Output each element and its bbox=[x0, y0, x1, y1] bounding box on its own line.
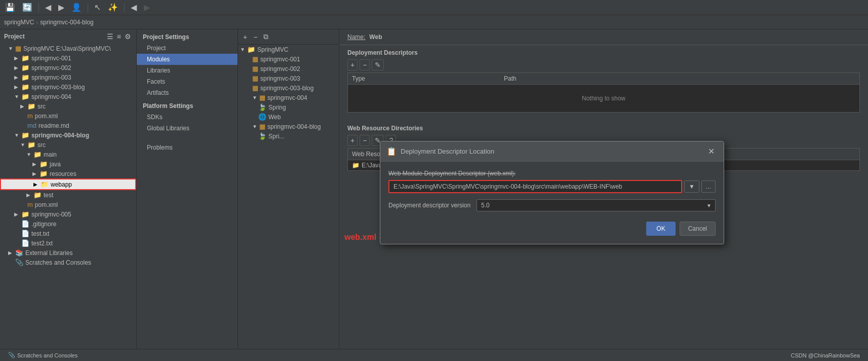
tree-springmvc-005[interactable]: ▶ 📁 springmvc-005 bbox=[0, 209, 136, 219]
platform-settings-title: Platform Settings bbox=[137, 98, 238, 112]
user-btn[interactable]: 👤 bbox=[68, 1, 85, 14]
modal-path-input[interactable] bbox=[388, 180, 682, 193]
settings-sdks[interactable]: SDKs bbox=[137, 112, 238, 123]
name-label: Name: bbox=[347, 33, 365, 41]
module-copy-btn[interactable]: ⧉ bbox=[261, 31, 270, 42]
scratch-status-icon: 📎 bbox=[8, 352, 15, 358]
modal-dropdown-btn[interactable]: ▼ bbox=[684, 181, 699, 193]
dd-remove-btn[interactable]: − bbox=[360, 59, 370, 70]
tree-ext-libs[interactable]: ▶ 📚 External Libraries bbox=[0, 248, 136, 258]
wr-remove-btn[interactable]: − bbox=[360, 135, 370, 146]
module-002[interactable]: ▦ springmvc-002 bbox=[238, 64, 339, 74]
collapse-icon[interactable]: ≡ bbox=[116, 31, 122, 42]
module-list-panel: + − ⧉ ▼ 📁 SpringMVC ▦ springmvc-001 ▦ sp… bbox=[238, 29, 339, 349]
file-icon-gitignore: 📄 bbox=[21, 220, 29, 228]
settings-facets[interactable]: Facets bbox=[137, 76, 238, 87]
module-001[interactable]: ▦ springmvc-001 bbox=[238, 54, 339, 64]
modal-ok-btn[interactable]: OK bbox=[646, 222, 675, 236]
tree-springmvc-001[interactable]: ▶ 📁 springmvc-001 bbox=[0, 53, 136, 63]
label-002: springmvc-002 bbox=[31, 64, 71, 71]
tree-gitignore[interactable]: ▶ 📄 .gitignore bbox=[0, 219, 136, 229]
tree-resources[interactable]: ▶ 📁 resources bbox=[0, 169, 136, 178]
tree-webapp[interactable]: ▶ 📁 webapp bbox=[0, 178, 136, 190]
modal-titlebar: 📋 Deployment Descriptor Location ✕ bbox=[380, 141, 724, 162]
tree-springmvc-003-blog[interactable]: ▶ 📁 springmvc-003-blog bbox=[0, 82, 136, 92]
mod-arr-004b: ▼ bbox=[252, 124, 258, 129]
deployment-title: Deployment Descriptors bbox=[347, 49, 860, 56]
save-btn[interactable]: 💾 bbox=[2, 1, 18, 14]
file-tree-panel: Project ☰ ≡ ⚙ ▼ ▦ SpringMVC E:\Java\Spri… bbox=[0, 29, 137, 349]
dd-edit-btn[interactable]: ✎ bbox=[372, 59, 384, 70]
status-bar: 📎 Scratches and Consoles CSDN @ChinaRain… bbox=[0, 349, 868, 361]
modal-version-select[interactable]: 5.0 4.0 3.1 3.0 bbox=[477, 199, 716, 211]
settings-libraries[interactable]: Libraries bbox=[137, 65, 238, 76]
path-col-header: Path bbox=[504, 75, 855, 82]
mod-folder-root: 📁 bbox=[247, 46, 255, 53]
modal-close-btn[interactable]: ✕ bbox=[705, 146, 718, 157]
label-scratch: Scratches and Consoles bbox=[25, 259, 91, 266]
tree-springmvc-003[interactable]: ▶ 📁 springmvc-003 bbox=[0, 73, 136, 82]
mod-arr-004: ▼ bbox=[252, 95, 258, 100]
tree-004-src[interactable]: ▶ 📁 src bbox=[0, 101, 136, 111]
tree-java[interactable]: ▶ 📁 java bbox=[0, 159, 136, 169]
arrow-webapp: ▶ bbox=[33, 182, 40, 187]
tree-test[interactable]: ▶ 📁 test bbox=[0, 190, 136, 200]
tree-004b-src[interactable]: ▼ 📁 src bbox=[0, 140, 136, 150]
settings-icon[interactable]: ⚙ bbox=[124, 31, 132, 42]
settings-artifacts[interactable]: Artifacts bbox=[137, 87, 238, 98]
tree-test-txt[interactable]: ▶ 📄 test.txt bbox=[0, 229, 136, 238]
tree-scratches[interactable]: ▶ 📎 Scratches and Consoles bbox=[0, 258, 136, 267]
module-add-btn[interactable]: + bbox=[241, 32, 249, 42]
breadcrumb-springmvc[interactable]: springMVC bbox=[4, 19, 34, 26]
tree-root[interactable]: ▼ ▦ SpringMVC E:\Java\SpringMVC\ bbox=[0, 44, 136, 53]
mod-icon-001: ▦ bbox=[252, 55, 258, 63]
mod-label-004b: springmvc-004-blog bbox=[267, 123, 321, 130]
deployment-table: Type Path Nothing to show bbox=[347, 73, 860, 113]
expand-icon[interactable]: ☰ bbox=[106, 31, 114, 42]
module-remove-btn[interactable]: − bbox=[251, 32, 259, 42]
module-springmvc-root[interactable]: ▼ 📁 SpringMVC bbox=[238, 45, 339, 54]
cursor-btn[interactable]: ↖ bbox=[91, 1, 104, 14]
file-tree-header: Project ☰ ≡ ⚙ bbox=[0, 29, 136, 44]
tree-main[interactable]: ▼ 📁 main bbox=[0, 150, 136, 159]
status-scratches[interactable]: 📎 Scratches and Consoles bbox=[4, 352, 82, 358]
tree-springmvc-004[interactable]: ▼ 📁 springmvc-004 bbox=[0, 92, 136, 101]
module-003[interactable]: ▦ springmvc-003 bbox=[238, 74, 339, 83]
breadcrumb-project[interactable]: springmvc-004-blog bbox=[40, 19, 93, 26]
tree-004b-pom[interactable]: ▶ m pom.xml bbox=[0, 200, 136, 209]
mod-icon-004b: ▦ bbox=[259, 123, 265, 130]
nav-fwd-btn[interactable]: ▶ bbox=[141, 1, 153, 14]
module-004b-spring[interactable]: 🍃 Spri... bbox=[238, 131, 339, 141]
module-004-web[interactable]: 🌐 Web bbox=[238, 112, 339, 122]
forward-btn[interactable]: ▶ bbox=[55, 1, 67, 14]
tree-springmvc-002[interactable]: ▶ 📁 springmvc-002 bbox=[0, 63, 136, 73]
module-004[interactable]: ▼ ▦ springmvc-004 bbox=[238, 93, 339, 102]
magic-btn[interactable]: ✨ bbox=[105, 1, 121, 14]
wr-title: Web Resource Directories bbox=[347, 125, 860, 132]
module-004-spring[interactable]: 🍃 Spring bbox=[238, 102, 339, 112]
modal-cancel-btn[interactable]: Cancel bbox=[680, 222, 716, 236]
modal-browse-btn[interactable]: ... bbox=[701, 181, 716, 193]
nav-bar: 💾 🔄 ◀ ▶ 👤 ↖ ✨ ◀ ▶ bbox=[0, 0, 868, 15]
wr-add-btn[interactable]: + bbox=[347, 135, 358, 146]
label-webapp: webapp bbox=[51, 181, 72, 188]
nav-back-btn[interactable]: ◀ bbox=[128, 1, 140, 14]
tree-springmvc-004-blog[interactable]: ▼ 📁 springmvc-004-blog bbox=[0, 130, 136, 140]
folder-icon-005: 📁 bbox=[21, 210, 29, 218]
module-003b[interactable]: ▦ springmvc-003-blog bbox=[238, 83, 339, 93]
tree-004-pom[interactable]: ▶ m pom.xml bbox=[0, 111, 136, 121]
settings-problems[interactable]: Problems bbox=[137, 142, 238, 153]
back-btn[interactable]: ◀ bbox=[42, 1, 54, 14]
arrow-java: ▶ bbox=[32, 161, 38, 167]
sync-btn[interactable]: 🔄 bbox=[19, 1, 35, 14]
arrow-ext: ▶ bbox=[8, 250, 14, 256]
settings-project[interactable]: Project bbox=[137, 43, 238, 54]
tree-test2-txt[interactable]: ▶ 📄 test2.txt bbox=[0, 238, 136, 248]
ext-lib-icon: 📚 bbox=[15, 249, 23, 257]
dd-add-btn[interactable]: + bbox=[347, 59, 358, 70]
settings-global-libs[interactable]: Global Libraries bbox=[137, 123, 238, 134]
breadcrumb-bar: springMVC › springmvc-004-blog bbox=[0, 15, 868, 29]
settings-modules[interactable]: Modules bbox=[137, 54, 238, 65]
tree-004-readme[interactable]: ▶ md readme.md bbox=[0, 121, 136, 130]
module-004b[interactable]: ▼ ▦ springmvc-004-blog bbox=[238, 122, 339, 131]
